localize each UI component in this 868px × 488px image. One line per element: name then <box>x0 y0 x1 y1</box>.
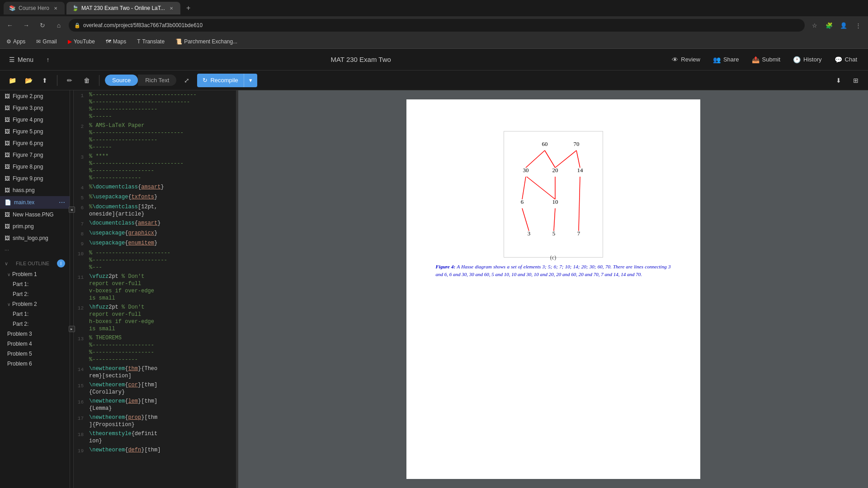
tab-coursehero[interactable]: 📚 Course Hero ✕ <box>4 2 65 14</box>
browser-chrome: 📚 Course Hero ✕ 🍃 MAT 230 Exam Two - Onl… <box>0 0 868 49</box>
reload-button[interactable]: ↻ <box>36 19 49 32</box>
expand-editor-button[interactable]: ⤢ <box>180 74 193 87</box>
outline-info-icon[interactable]: i <box>57 259 65 267</box>
account-icon[interactable]: 👤 <box>837 19 850 32</box>
layout-button[interactable]: ⊞ <box>849 74 863 87</box>
outline-problem2-part1[interactable]: Part 1: <box>0 309 70 319</box>
gmail-label: Gmail <box>42 38 57 45</box>
node-70: 70 <box>573 141 579 147</box>
tab-overleaf[interactable]: 🍃 MAT 230 Exam Two - Online LaT... ✕ <box>66 2 180 14</box>
rich-text-toggle-button[interactable]: Rich Text <box>138 75 176 86</box>
app-toolbar: ☰ Menu ↑ MAT 230 Exam Two 👁 Review 👥 Sha… <box>0 49 868 70</box>
delete-file-button[interactable]: 🗑 <box>80 74 94 87</box>
bookmark-translate[interactable]: T Translate <box>134 38 167 46</box>
editor-lines: 1 %--------------------------------%----… <box>74 90 236 455</box>
home-button[interactable]: ⌂ <box>52 19 65 32</box>
share-button[interactable]: 👥 Share <box>708 53 745 66</box>
new-file-button[interactable]: 📁 <box>5 74 19 87</box>
recompile-button[interactable]: ↻ Recompile ▾ <box>197 74 257 87</box>
collapse-right-button[interactable]: ▸ <box>69 326 75 332</box>
edge-7-14 <box>579 177 580 231</box>
back-button[interactable]: ← <box>4 19 16 32</box>
tab-label: Course Hero <box>19 5 49 11</box>
node-14: 14 <box>577 167 583 174</box>
editor-line-17: 17 \newtheorem{prop}[thm]{Proposition} <box>74 413 236 429</box>
image-icon: 🖼 <box>5 117 10 123</box>
image-icon: 🖼 <box>5 128 10 135</box>
edit-file-button[interactable]: ✏ <box>63 74 76 87</box>
sidebar-file-new-hasse[interactable]: 🖼 New Hasse.PNG <box>0 209 70 221</box>
recompile-main-action[interactable]: ↻ Recompile <box>197 74 243 86</box>
figure-caption-text: A Hasse diagram shows a set of elements … <box>436 264 671 277</box>
review-button[interactable]: 👁 Review <box>666 53 706 66</box>
outline-problem1[interactable]: ∨ Problem 1 <box>0 269 70 279</box>
filename-label: Figure 4.png <box>13 117 43 123</box>
outline-problem5[interactable]: Problem 5 <box>0 349 70 359</box>
sidebar-file-figure8[interactable]: 🖼 Figure 8.png <box>0 161 70 173</box>
submit-button[interactable]: 📤 Submit <box>746 53 786 66</box>
tab-close-btn[interactable]: ✕ <box>52 5 59 12</box>
outline-item-label: Part 1: <box>13 311 28 317</box>
outline-problem2-part2[interactable]: Part 2: <box>0 319 70 329</box>
document-title: MAT 230 Exam Two <box>55 56 666 63</box>
menu-button[interactable]: ☰ Menu <box>5 54 37 65</box>
image-icon: 🖼 <box>5 187 10 193</box>
chat-button[interactable]: 💬 Chat <box>829 53 863 66</box>
recompile-label: Recompile <box>210 77 238 84</box>
chat-icon: 💬 <box>835 56 842 63</box>
overleaf-app: ☰ Menu ↑ MAT 230 Exam Two 👁 Review 👥 Sha… <box>0 49 868 488</box>
outline-collapse-icon[interactable]: ∨ <box>5 261 8 267</box>
sidebar-file-prim[interactable]: 🖼 prim.png <box>0 221 70 232</box>
outline-item-label: Problem 1 <box>12 271 37 277</box>
upload-button[interactable]: ↑ <box>41 52 55 67</box>
address-bar[interactable]: 🔒 overleaf.com/project/5f83ac7667af3b000… <box>69 19 805 32</box>
download-pdf-button[interactable]: ⬇ <box>832 74 845 87</box>
outline-label: File outline <box>16 261 49 266</box>
sidebar-file-figure2[interactable]: 🖼 Figure 2.png <box>0 90 70 102</box>
new-tab-button[interactable]: + <box>182 2 195 14</box>
recompile-dropdown-button[interactable]: ▾ <box>244 74 257 87</box>
tex-icon: 📄 <box>5 199 11 206</box>
forward-button[interactable]: → <box>20 19 33 32</box>
tab-close-overleaf-btn[interactable]: ✕ <box>168 5 175 12</box>
more-options-button[interactable]: ⋯ <box>59 199 65 206</box>
sidebar-file-figure5[interactable]: 🖼 Figure 5.png <box>0 126 70 137</box>
sidebar-file-figure7[interactable]: 🖼 Figure 7.png <box>0 149 70 161</box>
code-editor[interactable]: 1 %--------------------------------%----… <box>74 90 236 488</box>
bookmark-maps[interactable]: 🗺 Maps <box>103 38 129 46</box>
outline-problem2[interactable]: ∨ Problem 2 <box>0 299 70 309</box>
more-menu-icon[interactable]: ⋮ <box>852 19 864 32</box>
outline-item-label: Problem 5 <box>7 351 32 357</box>
sidebar-file-figure3[interactable]: 🖼 Figure 3.png <box>0 102 70 114</box>
extension-puzzle-icon[interactable]: 🧩 <box>823 19 835 32</box>
bookmark-youtube[interactable]: ▶ YouTube <box>65 38 98 46</box>
bookmark-apps[interactable]: ⚙ Apps <box>4 38 28 46</box>
sidebar-file-figure9[interactable]: 🖼 Figure 9.png <box>0 173 70 184</box>
filename-label: Figure 2.png <box>13 93 43 99</box>
node-3: 3 <box>527 230 530 237</box>
new-folder-button[interactable]: 📂 <box>22 74 35 87</box>
outline-problem1-part1[interactable]: Part 1: <box>0 279 70 289</box>
filename-label: hass.png <box>13 187 35 193</box>
history-button[interactable]: 🕐 History <box>788 53 827 66</box>
upload-file-button[interactable]: ⬆ <box>38 74 52 87</box>
sidebar-file-main-tex[interactable]: 📄 main.tex ⋯ <box>0 196 70 209</box>
image-icon: 🖼 <box>5 93 10 99</box>
sidebar-file-figure6[interactable]: 🖼 Figure 6.png <box>0 137 70 149</box>
source-toggle-button[interactable]: Source <box>105 75 138 86</box>
sidebar-file-figure4[interactable]: 🖼 Figure 4.png <box>0 114 70 126</box>
source-rich-toggle: Source Rich Text <box>105 75 176 86</box>
outline-problem1-part2[interactable]: Part 2: <box>0 289 70 299</box>
collapse-left-button[interactable]: ◂ <box>69 206 75 213</box>
sidebar-file-snhu-logo[interactable]: 🖼 snhu_logo.png <box>0 232 70 244</box>
outline-problem4[interactable]: Problem 4 <box>0 339 70 349</box>
sidebar-file-hass[interactable]: 🖼 hass.png <box>0 184 70 196</box>
hasse-diagram-svg: 60 70 30 20 14 6 10 3 5 7 <box>509 136 599 253</box>
outline-problem6[interactable]: Problem 6 <box>0 359 70 369</box>
outline-problem3[interactable]: Problem 3 <box>0 329 70 339</box>
bookmark-star-icon[interactable]: ☆ <box>808 19 821 32</box>
bookmark-gmail[interactable]: ✉ Gmail <box>33 38 59 46</box>
bookmark-parchment[interactable]: 📜 Parchment Exchang... <box>173 38 240 46</box>
pdf-preview-pane[interactable]: 60 70 30 20 14 6 10 3 5 7 <box>238 90 868 488</box>
figure-caption: Figure 4: A Hasse diagram shows a set of… <box>436 263 671 278</box>
